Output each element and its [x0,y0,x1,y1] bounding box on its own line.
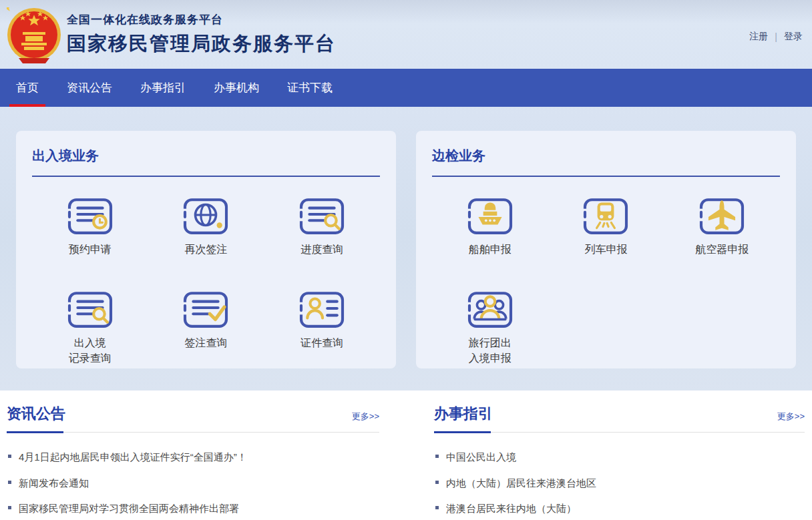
card-title-rule [432,176,780,177]
list-item[interactable]: 中国公民出入境 [434,451,805,464]
nav-item-3[interactable]: 办事机构 [214,69,259,107]
service-card: 边检业务 船舶申报列车申报航空器申报旅行团出 入境申报 [416,131,796,368]
service-item-label: 再次签注 [184,242,227,257]
hero-background: 全国一体化在线政务服务平台 国家移民管理局政务服务平台 注册 | 登录 首页资讯… [0,0,812,391]
document-search-icon [296,194,347,236]
globe-icon [180,194,231,236]
nav-item-4[interactable]: 证书下载 [287,69,333,107]
more-link[interactable]: 更多>> [777,411,805,424]
service-item-label: 航空器申报 [695,242,749,257]
section-list: 4月1日起内地居民申领出入境证件实行“全国通办”！新闻发布会通知国家移民管理局对… [7,451,379,515]
service-item-label: 预约申请 [69,242,112,257]
section-title: 资讯公告 [7,404,65,424]
national-emblem-logo [7,7,61,65]
card-grid: 船舶申报列车申报航空器申报旅行团出 入境申报 [432,194,780,366]
list-item[interactable]: 港澳台居民来往内地（大陆） [434,502,805,515]
site-header: 全国一体化在线政务服务平台 国家移民管理局政务服务平台 注册 | 登录 [0,0,812,69]
service-item-label: 出入境 记录查询 [69,335,112,366]
section-list: 中国公民出入境内地（大陆）居民往来港澳台地区港澳台居民来往内地（大陆） [434,451,805,515]
document-check-icon [180,288,231,329]
train-icon [580,194,631,236]
list-item[interactable]: 新闻发布会通知 [7,477,379,490]
header-titles: 全国一体化在线政务服务平台 国家移民管理局政务服务平台 [67,12,336,57]
service-item-label: 证件查询 [300,335,343,350]
card-grid: 预约申请再次签注进度查询出入境 记录查询签注查询证件查询 [32,194,380,366]
nav-item-0[interactable]: 首页 [16,69,39,107]
service-cards-row: 出入境业务 预约申请再次签注进度查询出入境 记录查询签注查询证件查询 边检业务 … [0,131,812,368]
service-item[interactable]: 列车申报 [548,194,664,257]
main-nav: 首页资讯公告办事指引办事机构证书下载 [0,69,812,107]
list-item[interactable]: 国家移民管理局对学习贯彻全国两会精神作出部署 [7,502,379,515]
service-item[interactable]: 签注查询 [148,288,264,366]
auth-links: 注册 | 登录 [749,31,803,43]
section-rule [7,432,379,433]
news-section: 办事指引 更多>> 中国公民出入境内地（大陆）居民往来港澳台地区港澳台居民来往内… [434,404,805,520]
platform-label: 全国一体化在线政务服务平台 [67,12,336,27]
login-link[interactable]: 登录 [784,31,803,43]
service-item[interactable]: 预约申请 [32,194,148,257]
card-title: 出入境业务 [32,147,380,165]
list-item[interactable]: 内地（大陆）居民往来港澳台地区 [434,477,805,490]
news-row: 资讯公告 更多>> 4月1日起内地居民申领出入境证件实行“全国通办”！新闻发布会… [0,391,812,520]
group-people-icon [465,288,516,329]
service-item[interactable]: 证件查询 [264,288,380,366]
airplane-icon [696,194,747,236]
service-item[interactable]: 进度查询 [264,194,380,257]
service-item[interactable]: 船舶申报 [432,194,548,257]
service-item[interactable]: 再次签注 [148,194,264,257]
document-search-icon [65,288,116,329]
service-item-label: 签注查询 [184,335,227,350]
service-item[interactable]: 出入境 记录查询 [32,288,148,366]
list-item[interactable]: 4月1日起内地居民申领出入境证件实行“全国通办”！ [7,451,379,464]
card-title-rule [32,176,380,177]
nav-item-1[interactable]: 资讯公告 [67,69,112,107]
more-link[interactable]: 更多>> [352,411,379,424]
service-item[interactable]: 旅行团出 入境申报 [432,288,548,366]
section-rule [434,432,805,433]
service-item[interactable]: 航空器申报 [664,194,780,257]
ship-icon [465,194,516,236]
site-title: 国家移民管理局政务服务平台 [67,31,336,57]
service-item-label: 进度查询 [300,242,343,257]
register-link[interactable]: 注册 [749,31,768,43]
document-clock-icon [65,194,116,236]
service-card: 出入境业务 预约申请再次签注进度查询出入境 记录查询签注查询证件查询 [16,131,396,368]
auth-divider: | [775,31,777,42]
service-item-label: 船舶申报 [469,242,512,257]
service-item-label: 列车申报 [584,242,627,257]
section-title: 办事指引 [434,404,493,424]
nav-item-2[interactable]: 办事指引 [140,69,186,107]
card-title: 边检业务 [432,147,780,165]
news-section: 资讯公告 更多>> 4月1日起内地居民申领出入境证件实行“全国通办”！新闻发布会… [7,404,379,520]
service-item-label: 旅行团出 入境申报 [469,335,512,366]
id-card-person-icon [296,288,347,329]
